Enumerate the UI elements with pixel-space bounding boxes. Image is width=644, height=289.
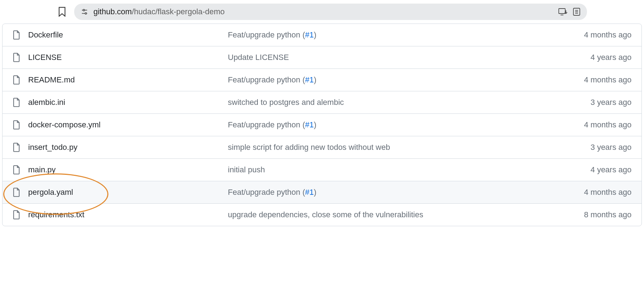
file-timestamp: 8 months ago xyxy=(553,210,632,219)
file-icon xyxy=(12,210,20,219)
svg-point-1 xyxy=(83,9,85,11)
url-path: /hudac/flask-pergola-demo xyxy=(132,7,225,16)
commit-text-suffix: ) xyxy=(314,75,316,84)
file-commit-message[interactable]: Update LICENSE xyxy=(228,53,553,62)
url-domain: github.com xyxy=(93,7,132,16)
url-text: github.com/hudac/flask-pergola-demo xyxy=(93,7,553,16)
file-commit-message[interactable]: Feat/upgrade python (#1) xyxy=(228,75,553,85)
file-timestamp: 4 years ago xyxy=(553,53,632,62)
file-commit-message[interactable]: Feat/upgrade python (#1) xyxy=(228,188,553,197)
file-icon xyxy=(12,75,20,85)
file-commit-message[interactable]: switched to postgres and alembic xyxy=(228,98,553,107)
file-commit-message[interactable]: upgrade dependencies, close some of the … xyxy=(228,210,553,219)
commit-text: Feat/upgrade python ( xyxy=(228,188,305,197)
pr-link[interactable]: #1 xyxy=(305,75,313,84)
svg-point-3 xyxy=(85,12,86,14)
file-name[interactable]: alembic.ini xyxy=(28,98,228,107)
commit-text: Feat/upgrade python ( xyxy=(228,120,305,129)
file-name[interactable]: LICENSE xyxy=(28,53,228,62)
file-timestamp: 4 months ago xyxy=(553,188,632,197)
file-timestamp: 4 years ago xyxy=(553,165,632,174)
svg-rect-4 xyxy=(559,9,565,14)
file-commit-message[interactable]: Feat/upgrade python (#1) xyxy=(228,30,553,40)
file-list: DockerfileFeat/upgrade python (#1)4 mont… xyxy=(2,24,642,226)
file-commit-message[interactable]: Feat/upgrade python (#1) xyxy=(228,120,553,130)
file-row[interactable]: README.mdFeat/upgrade python (#1)4 month… xyxy=(2,69,642,91)
site-settings-icon[interactable] xyxy=(81,8,88,16)
file-icon xyxy=(12,143,20,152)
commit-text: switched to postgres and alembic xyxy=(228,98,344,107)
file-icon xyxy=(12,120,20,130)
file-commit-message[interactable]: simple script for adding new todos witho… xyxy=(228,143,553,152)
commit-text: Feat/upgrade python ( xyxy=(228,30,305,39)
file-timestamp: 3 years ago xyxy=(553,98,632,107)
file-icon xyxy=(12,98,20,107)
file-commit-message[interactable]: initial push xyxy=(228,165,553,174)
file-icon xyxy=(12,30,20,40)
file-name[interactable]: requirements.txt xyxy=(28,210,228,219)
file-row[interactable]: docker-compose.ymlFeat/upgrade python (#… xyxy=(2,114,642,136)
file-row[interactable]: DockerfileFeat/upgrade python (#1)4 mont… xyxy=(2,24,642,46)
file-timestamp: 4 months ago xyxy=(553,30,632,40)
file-name[interactable]: README.md xyxy=(28,75,228,85)
file-name[interactable]: Dockerfile xyxy=(28,30,228,40)
url-bar[interactable]: github.com/hudac/flask-pergola-demo xyxy=(74,4,587,20)
pr-link[interactable]: #1 xyxy=(305,30,313,39)
file-timestamp: 3 years ago xyxy=(553,143,632,152)
file-row[interactable]: alembic.iniswitched to postgres and alem… xyxy=(2,91,642,114)
commit-text: Update LICENSE xyxy=(228,53,289,62)
commit-text: Feat/upgrade python ( xyxy=(228,75,305,84)
file-row[interactable]: requirements.txtupgrade dependencies, cl… xyxy=(2,204,642,226)
file-name[interactable]: insert_todo.py xyxy=(28,143,228,152)
file-row[interactable]: LICENSEUpdate LICENSE4 years ago xyxy=(2,46,642,69)
file-icon xyxy=(12,188,20,197)
file-icon xyxy=(12,165,20,174)
file-row[interactable]: main.pyinitial push4 years ago xyxy=(2,159,642,181)
commit-text: initial push xyxy=(228,165,265,174)
commit-text-suffix: ) xyxy=(314,30,316,39)
file-name[interactable]: docker-compose.yml xyxy=(28,120,228,130)
pr-link[interactable]: #1 xyxy=(305,120,313,129)
browser-toolbar: github.com/hudac/flask-pergola-demo xyxy=(0,0,644,24)
install-app-icon[interactable] xyxy=(558,8,568,16)
file-icon xyxy=(12,53,20,62)
file-row[interactable]: insert_todo.pysimple script for adding n… xyxy=(2,136,642,159)
file-timestamp: 4 months ago xyxy=(553,75,632,85)
reader-mode-icon[interactable] xyxy=(573,7,581,16)
file-timestamp: 4 months ago xyxy=(553,120,632,130)
commit-text-suffix: ) xyxy=(314,120,316,129)
commit-text: upgrade dependencies, close some of the … xyxy=(228,210,423,219)
file-name[interactable]: main.py xyxy=(28,165,228,174)
bookmark-icon[interactable] xyxy=(57,7,67,17)
pr-link[interactable]: #1 xyxy=(305,188,313,197)
file-name[interactable]: pergola.yaml xyxy=(28,188,228,197)
commit-text-suffix: ) xyxy=(314,188,316,197)
file-row[interactable]: pergola.yamlFeat/upgrade python (#1)4 mo… xyxy=(2,181,642,204)
commit-text: simple script for adding new todos witho… xyxy=(228,143,390,152)
